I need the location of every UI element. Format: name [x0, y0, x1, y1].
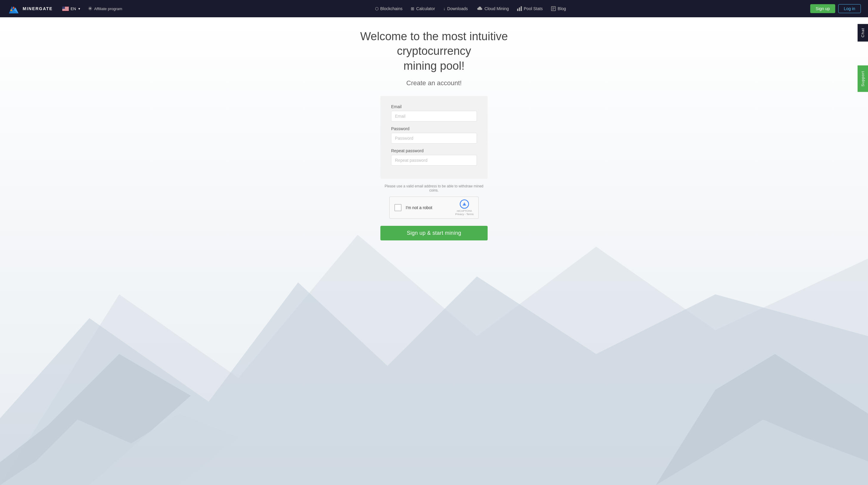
nav-links: ⬡ Blockchains ⊞ Calculator ↓ Downloads C… [130, 6, 810, 11]
email-label: Email [391, 104, 477, 109]
blog-icon [551, 6, 556, 11]
recaptcha-logo-area: reCAPTCHA Privacy - Terms [455, 199, 474, 216]
recaptcha-logo-icon [460, 199, 469, 209]
recaptcha-terms-link[interactable]: Terms [466, 213, 474, 216]
svg-rect-13 [517, 9, 518, 11]
disclaimer-text: Please use a valid email address to be a… [380, 184, 488, 192]
sub-headline: Create an account! [406, 79, 462, 87]
svg-rect-15 [521, 6, 522, 11]
nav-item-blog[interactable]: Blog [551, 6, 566, 11]
nav-actions: Sign up Log in [810, 4, 861, 13]
nav-item-calculator-label: Calculator [416, 6, 435, 11]
affiliate-label: Affiliate program [94, 6, 122, 11]
navbar: MINERGATE EN ▼ ✳ Affiliate program ⬡ Blo… [0, 0, 868, 17]
start-mining-button[interactable]: Sign up & start mining [380, 226, 488, 240]
nav-item-downloads[interactable]: ↓ Downloads [443, 6, 468, 11]
affiliate-link[interactable]: ✳ Affiliate program [88, 5, 122, 12]
email-input[interactable] [391, 111, 477, 122]
nav-item-downloads-label: Downloads [447, 6, 468, 11]
signup-form-card: Email Password Repeat password [380, 96, 488, 179]
pool-stats-icon [517, 6, 522, 11]
svg-rect-11 [62, 10, 69, 10]
password-label: Password [391, 126, 477, 131]
login-button[interactable]: Log in [838, 4, 861, 13]
logo-text: MINERGATE [23, 6, 53, 11]
affiliate-star-icon: ✳ [88, 5, 92, 12]
signup-button[interactable]: Sign up [810, 4, 835, 13]
repeat-password-group: Repeat password [391, 148, 477, 165]
recaptcha-brand: reCAPTCHA Privacy - Terms [455, 209, 474, 216]
nav-item-cloud-mining[interactable]: Cloud Mining [476, 6, 509, 11]
nav-item-blockchains[interactable]: ⬡ Blockchains [375, 6, 403, 11]
chat-side-button[interactable]: Chat [858, 24, 868, 41]
recaptcha-privacy-link[interactable]: Privacy [455, 213, 464, 216]
repeat-password-label: Repeat password [391, 148, 477, 153]
svg-marker-3 [12, 6, 15, 9]
logo-area[interactable]: MINERGATE [7, 2, 53, 15]
password-group: Password [391, 126, 477, 144]
calculator-icon: ⊞ [411, 6, 414, 11]
support-side-button[interactable]: Support [858, 65, 868, 92]
lang-selector[interactable]: EN ▼ [60, 5, 83, 12]
svg-rect-14 [519, 7, 520, 11]
main-content: Welcome to the most intuitive cryptocurr… [0, 17, 868, 485]
nav-item-pool-stats[interactable]: Pool Stats [517, 6, 543, 11]
password-input[interactable] [391, 133, 477, 144]
nav-item-pool-stats-label: Pool Stats [524, 6, 543, 11]
main-headline: Welcome to the most intuitive cryptocurr… [330, 29, 538, 73]
nav-item-blog-label: Blog [558, 6, 566, 11]
svg-rect-12 [62, 6, 65, 9]
lang-label: EN [71, 6, 76, 11]
content-wrapper: Welcome to the most intuitive cryptocurr… [0, 17, 868, 240]
recaptcha-checkbox[interactable] [394, 204, 402, 211]
recaptcha-label: I'm not a robot [406, 205, 455, 210]
downloads-icon: ↓ [443, 6, 445, 11]
nav-item-cloud-mining-label: Cloud Mining [485, 6, 509, 11]
flag-icon [62, 6, 69, 11]
cloud-mining-icon [476, 6, 483, 11]
nav-item-calculator[interactable]: ⊞ Calculator [411, 6, 435, 11]
email-group: Email [391, 104, 477, 122]
nav-item-blockchains-label: Blockchains [380, 6, 403, 11]
blockchains-icon: ⬡ [375, 6, 379, 11]
svg-rect-10 [62, 9, 69, 10]
recaptcha-box[interactable]: I'm not a robot reCAPTCHA Privacy - Term… [389, 196, 479, 219]
lang-chevron-icon: ▼ [78, 7, 81, 10]
repeat-password-input[interactable] [391, 155, 477, 165]
logo-icon [7, 2, 20, 15]
